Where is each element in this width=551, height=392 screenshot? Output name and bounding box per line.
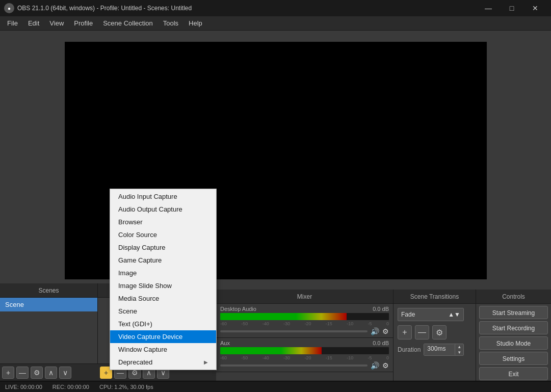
mixer-settings-icon[interactable]: ⚙ bbox=[382, 327, 389, 335]
mixer-desktop-db: 0.0 dB bbox=[373, 306, 389, 312]
ctx-scene[interactable]: Scene bbox=[110, 305, 216, 318]
mixer-aux-bar bbox=[220, 347, 322, 354]
mixer-aux-meter bbox=[220, 347, 389, 354]
app-icon: ● bbox=[4, 3, 14, 13]
menu-profile[interactable]: Profile bbox=[69, 17, 98, 29]
mixer-desktop-bar bbox=[220, 313, 347, 320]
mixer-aux-mute-icon[interactable]: 🔊 bbox=[371, 361, 379, 370]
minimize-button[interactable]: — bbox=[477, 0, 500, 16]
status-rec: REC: 00:00:00 bbox=[53, 384, 89, 390]
ctx-color-source[interactable]: Color Source bbox=[110, 228, 216, 241]
mixer-panel: Mixer Desktop Audio 0.0 dB -60-50-40-30-… bbox=[216, 290, 393, 381]
transition-settings-btn[interactable]: ⚙ bbox=[432, 325, 447, 339]
mixer-title: Mixer bbox=[216, 290, 393, 304]
ctx-display-capture[interactable]: Display Capture bbox=[110, 241, 216, 254]
status-bar: LIVE: 00:00:00 REC: 00:00:00 CPU: 1.2%, … bbox=[0, 381, 551, 392]
mixer-aux-settings-icon[interactable]: ⚙ bbox=[382, 361, 389, 370]
controls-title: Controls bbox=[476, 290, 551, 304]
mixer-aux-db: 0.0 dB bbox=[373, 340, 389, 346]
mixer-channel-desktop: Desktop Audio 0.0 dB -60-50-40-30-20-15-… bbox=[216, 304, 393, 338]
status-cpu: CPU: 1.2%, 30.00 fps bbox=[99, 384, 153, 390]
transitions-buttons: + — ⚙ bbox=[398, 325, 471, 339]
duration-down-btn[interactable]: ▼ bbox=[455, 350, 463, 355]
preview-area bbox=[0, 31, 551, 291]
ctx-audio-input[interactable]: Audio Input Capture bbox=[110, 190, 216, 203]
mixer-aux-label: Aux bbox=[220, 340, 230, 346]
mixer-channel-aux: Aux 0.0 dB -60-50-40-30-20-15-10-50 🔊 ⚙ bbox=[216, 338, 393, 372]
mixer-desktop-slider[interactable] bbox=[220, 330, 368, 332]
scenes-toolbar: + — ⚙ ∧ ∨ bbox=[0, 363, 98, 381]
mixer-desktop-meter bbox=[220, 313, 389, 320]
mixer-desktop-controls: 🔊 ⚙ bbox=[220, 327, 389, 335]
duration-label: Duration bbox=[398, 346, 421, 353]
ctx-video-capture[interactable]: Video Capture Device bbox=[110, 330, 216, 343]
window-controls: — □ ✕ bbox=[477, 0, 547, 16]
close-button[interactable]: ✕ bbox=[523, 0, 547, 16]
mixer-aux-marks: -60-50-40-30-20-15-10-50 bbox=[220, 355, 389, 360]
menu-scene-collection[interactable]: Scene Collection bbox=[98, 17, 158, 29]
ctx-image[interactable]: Image bbox=[110, 267, 216, 279]
scenes-down-btn[interactable]: ∨ bbox=[59, 367, 71, 379]
duration-input[interactable]: 300ms bbox=[424, 344, 455, 355]
ctx-browser[interactable]: Browser bbox=[110, 216, 216, 228]
mixer-aux-controls: 🔊 ⚙ bbox=[220, 361, 389, 370]
ctx-image-slideshow[interactable]: Image Slide Show bbox=[110, 279, 216, 292]
studio-mode-btn[interactable]: Studio Mode bbox=[479, 336, 548, 350]
ctx-deprecated[interactable]: Deprecated ▶ bbox=[110, 356, 216, 369]
exit-btn[interactable]: Exit bbox=[479, 367, 548, 380]
settings-btn[interactable]: Settings bbox=[479, 352, 548, 365]
duration-up-btn[interactable]: ▲ bbox=[455, 344, 463, 350]
ctx-audio-output[interactable]: Audio Output Capture bbox=[110, 203, 216, 216]
transition-select[interactable]: Fade ▲▼ bbox=[398, 308, 464, 321]
status-live: LIVE: 00:00:00 bbox=[5, 384, 42, 390]
scenes-remove-btn[interactable]: — bbox=[16, 367, 29, 379]
mixer-mute-icon[interactable]: 🔊 bbox=[371, 327, 379, 335]
scenes-up-btn[interactable]: ∧ bbox=[45, 367, 57, 379]
start-streaming-btn[interactable]: Start Streaming bbox=[479, 306, 548, 319]
transitions-title: Scene Transitions bbox=[393, 290, 476, 304]
transition-selected-label: Fade bbox=[401, 311, 415, 318]
ctx-window-capture[interactable]: Window Capture bbox=[110, 343, 216, 356]
controls-panel: Controls Start Streaming Start Recording… bbox=[476, 290, 551, 381]
transitions-content: Fade ▲▼ + — ⚙ Duration 300ms ▲ ▼ bbox=[393, 304, 476, 360]
scenes-panel: Scenes Scene bbox=[0, 283, 98, 375]
duration-row: Duration 300ms ▲ ▼ bbox=[398, 344, 471, 356]
title-bar: ● OBS 21.1.0 (64bit, windows) - Profile:… bbox=[0, 0, 551, 16]
maximize-button[interactable]: □ bbox=[500, 0, 523, 16]
menu-file[interactable]: File bbox=[2, 17, 23, 29]
window-title: OBS 21.1.0 (64bit, windows) - Profile: U… bbox=[17, 5, 477, 12]
ctx-media-source[interactable]: Media Source bbox=[110, 292, 216, 305]
menu-view[interactable]: View bbox=[44, 17, 69, 29]
ctx-deprecated-arrow: ▶ bbox=[204, 359, 208, 365]
transition-remove-btn[interactable]: — bbox=[415, 325, 429, 339]
transition-add-btn[interactable]: + bbox=[398, 325, 412, 339]
context-menu: Audio Input Capture Audio Output Capture… bbox=[110, 189, 217, 370]
menu-edit[interactable]: Edit bbox=[23, 17, 44, 29]
scene-item[interactable]: Scene bbox=[0, 298, 97, 311]
scenes-settings-btn[interactable]: ⚙ bbox=[31, 367, 43, 379]
ctx-game-capture[interactable]: Game Capture bbox=[110, 254, 216, 267]
scenes-title: Scenes bbox=[0, 283, 97, 298]
transition-select-arrow: ▲▼ bbox=[448, 311, 460, 318]
ctx-deprecated-label: Deprecated bbox=[118, 358, 152, 366]
mixer-desktop-marks: -60-50-40-30-20-15-10-50 bbox=[220, 321, 389, 326]
menu-help[interactable]: Help bbox=[183, 17, 207, 29]
mixer-aux-slider[interactable] bbox=[220, 364, 368, 367]
scenes-add-btn[interactable]: + bbox=[2, 367, 14, 379]
ctx-text-gdi[interactable]: Text (GDI+) bbox=[110, 318, 216, 330]
menu-bar: File Edit View Profile Scene Collection … bbox=[0, 16, 551, 31]
mixer-desktop-label: Desktop Audio bbox=[220, 306, 256, 312]
menu-tools[interactable]: Tools bbox=[158, 17, 183, 29]
transitions-panel: Scene Transitions Fade ▲▼ + — ⚙ Duration… bbox=[393, 290, 476, 381]
start-recording-btn[interactable]: Start Recording bbox=[479, 321, 548, 334]
